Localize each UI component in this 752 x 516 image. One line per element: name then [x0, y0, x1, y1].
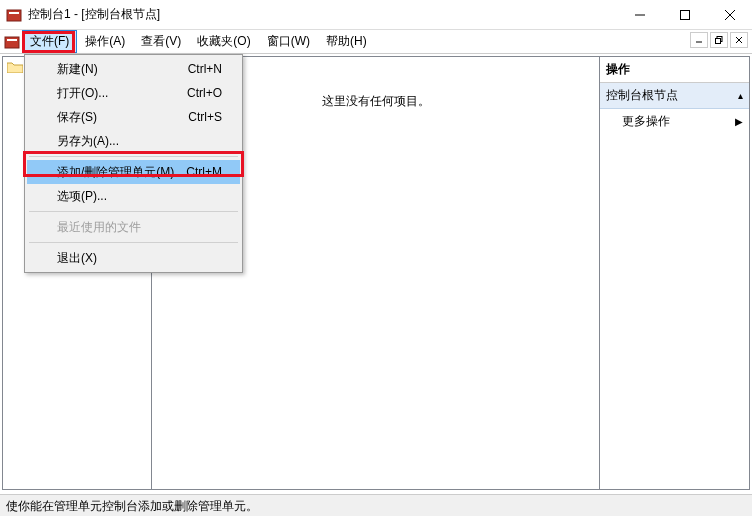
- menu-item-new[interactable]: 新建(N) Ctrl+N: [27, 57, 240, 81]
- menu-separator: [29, 242, 238, 243]
- collapse-icon: ▴: [738, 90, 743, 101]
- menu-view[interactable]: 查看(V): [133, 30, 189, 53]
- file-menu-dropdown: 新建(N) Ctrl+N 打开(O)... Ctrl+O 保存(S) Ctrl+…: [24, 54, 243, 273]
- mdi-minimize-button[interactable]: [690, 32, 708, 48]
- menu-item-add-remove-snapin[interactable]: 添加/删除管理单元(M)... Ctrl+M: [27, 160, 240, 184]
- maximize-button[interactable]: [662, 1, 707, 29]
- menu-item-open[interactable]: 打开(O)... Ctrl+O: [27, 81, 240, 105]
- menu-file[interactable]: 文件(F): [22, 30, 77, 53]
- svg-rect-10: [716, 39, 721, 44]
- menu-item-recent: 最近使用的文件: [27, 215, 240, 239]
- mdi-controls: [690, 32, 748, 48]
- actions-more[interactable]: 更多操作 ▶: [600, 109, 749, 134]
- menu-separator: [29, 156, 238, 157]
- mmc-app-icon: [6, 7, 22, 23]
- status-bar: 使你能在管理单元控制台添加或删除管理单元。: [0, 494, 752, 516]
- folder-icon: [7, 61, 23, 73]
- svg-rect-1: [9, 12, 19, 14]
- menu-help[interactable]: 帮助(H): [318, 30, 375, 53]
- chevron-right-icon: ▶: [735, 116, 743, 127]
- svg-rect-0: [7, 10, 21, 21]
- mmc-doc-icon: [4, 34, 20, 50]
- actions-pane: 操作 控制台根节点 ▴ 更多操作 ▶: [600, 56, 750, 490]
- actions-pane-title: 操作: [600, 57, 749, 83]
- svg-rect-7: [7, 39, 17, 41]
- svg-rect-3: [680, 10, 689, 19]
- close-button[interactable]: [707, 1, 752, 29]
- menu-favorites[interactable]: 收藏夹(O): [189, 30, 258, 53]
- menubar: 文件(F) 操作(A) 查看(V) 收藏夹(O) 窗口(W) 帮助(H): [0, 30, 752, 54]
- window-title: 控制台1 - [控制台根节点]: [28, 6, 617, 23]
- menu-window[interactable]: 窗口(W): [259, 30, 318, 53]
- mdi-restore-button[interactable]: [710, 32, 728, 48]
- menu-item-exit[interactable]: 退出(X): [27, 246, 240, 270]
- svg-rect-6: [5, 37, 19, 48]
- minimize-button[interactable]: [617, 1, 662, 29]
- titlebar: 控制台1 - [控制台根节点]: [0, 0, 752, 30]
- status-text: 使你能在管理单元控制台添加或删除管理单元。: [6, 499, 258, 513]
- actions-group-label: 控制台根节点: [606, 87, 678, 104]
- menu-separator: [29, 211, 238, 212]
- menu-item-options[interactable]: 选项(P)...: [27, 184, 240, 208]
- menu-action[interactable]: 操作(A): [77, 30, 133, 53]
- actions-group-root[interactable]: 控制台根节点 ▴: [600, 83, 749, 109]
- actions-more-label: 更多操作: [622, 113, 670, 130]
- empty-message: 这里没有任何项目。: [322, 93, 430, 110]
- menu-item-saveas[interactable]: 另存为(A)...: [27, 129, 240, 153]
- mdi-close-button[interactable]: [730, 32, 748, 48]
- menu-item-save[interactable]: 保存(S) Ctrl+S: [27, 105, 240, 129]
